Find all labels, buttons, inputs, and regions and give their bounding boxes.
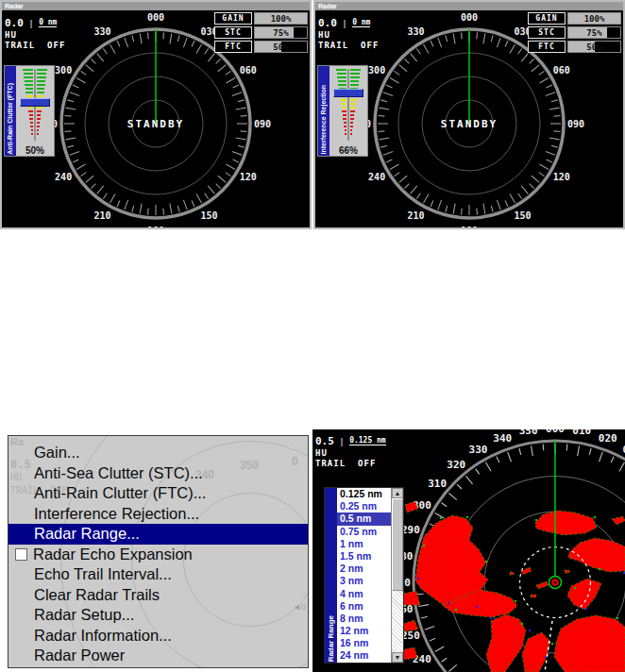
bearing-label: 300 bbox=[55, 65, 72, 76]
meter-bar[interactable]: 75% bbox=[254, 26, 308, 39]
range-option-24-nm[interactable]: 24 nm bbox=[337, 649, 391, 662]
echo-returns bbox=[399, 501, 625, 672]
menu-item-radar-range[interactable]: Radar Range... bbox=[8, 524, 308, 545]
range-option-3-nm[interactable]: 3 nm bbox=[337, 575, 391, 587]
range-option-6-nm[interactable]: 6 nm bbox=[337, 600, 391, 613]
bearing-label: 320 bbox=[447, 459, 465, 471]
standby-label: STANDBY bbox=[441, 118, 498, 130]
radar-menu: Ra0.5HUTRAIL OFF3403500◄0 Gain...Anti-Se… bbox=[8, 435, 309, 668]
status-trail-label: TRAIL bbox=[5, 41, 35, 50]
menu-item-list: Gain...Anti-Sea Clutter (STC)...Anti-Rai… bbox=[8, 436, 308, 666]
radar-window-ftc: Radar 0000300600901201501802102402703003… bbox=[0, 0, 312, 229]
meter-label: GAIN bbox=[528, 12, 566, 25]
scroll-down-icon[interactable]: ▼ bbox=[392, 652, 403, 663]
meter-bar[interactable]: 50% bbox=[254, 41, 308, 53]
bearing-label: 120 bbox=[240, 172, 257, 182]
range-option-0-75-nm[interactable]: 0.75 nm bbox=[337, 526, 391, 538]
radar-range-listbox: Radar Range 0.125 nm0.25 nm0.5 nm0.75 nm… bbox=[324, 487, 404, 664]
meter-row-ftc: FTC50% bbox=[214, 41, 308, 53]
range-option-8-nm[interactable]: 8 nm bbox=[337, 613, 391, 625]
bearing-label: 090 bbox=[254, 119, 271, 129]
menu-item-echo-trail-interval[interactable]: Echo Trail Interval... bbox=[8, 564, 308, 585]
meter-label: GAIN bbox=[214, 12, 252, 25]
menu-item-radar-power[interactable]: Radar Power bbox=[8, 646, 308, 666]
scrollbar-track[interactable] bbox=[392, 591, 403, 652]
status-trail-label: TRAIL bbox=[318, 41, 348, 50]
slider-handle[interactable] bbox=[20, 98, 50, 107]
status-trail-label: TRAIL bbox=[315, 459, 346, 468]
radar-status: 0.0 | 0 nm HU TRAILOFF bbox=[5, 12, 65, 51]
status-trail-value: OFF bbox=[358, 459, 376, 468]
menu-item-radar-information[interactable]: Radar Information... bbox=[8, 626, 308, 647]
meter-value: 50% bbox=[568, 42, 620, 52]
scroll-up-icon[interactable]: ▲ bbox=[392, 488, 403, 498]
range-option-1-5-nm[interactable]: 1.5 nm bbox=[337, 550, 391, 563]
range-option-0-5-nm[interactable]: 0.5 nm bbox=[337, 512, 391, 525]
menu-item-label: Radar Power bbox=[34, 647, 125, 664]
slider-body[interactable]: 50% bbox=[16, 66, 54, 156]
range-option-2-nm[interactable]: 2 nm bbox=[337, 563, 391, 575]
window-titlebar[interactable]: Radar bbox=[315, 2, 623, 10]
menu-item-radar-echo-expansion[interactable]: Radar Echo Expansion bbox=[8, 545, 308, 565]
slider-handle[interactable] bbox=[333, 89, 363, 97]
menu-item-clear-radar-trails[interactable]: Clear Radar Trails bbox=[8, 585, 308, 606]
status-range-units: 0 nm bbox=[39, 18, 57, 27]
menu-item-anti-sea-clutter-stc[interactable]: Anti-Sea Clutter (STC)... bbox=[8, 463, 308, 484]
status-range-units: 0.125 nm bbox=[349, 436, 386, 445]
gain-stc-ftc-meters: GAIN100%STC75%FTC50% bbox=[214, 12, 308, 53]
window-titlebar[interactable]: Radar bbox=[2, 2, 310, 10]
status-mode: HU bbox=[5, 30, 65, 41]
standby-label: STANDBY bbox=[127, 118, 184, 130]
bearing-label: 060 bbox=[553, 65, 570, 76]
slider-value: 50% bbox=[16, 145, 54, 156]
menu-item-label: Anti-Rain Clutter (FTC)... bbox=[34, 484, 206, 502]
menu-item-label: Radar Information... bbox=[34, 627, 172, 645]
radar-display: 000030060090120150180210240270300330STAN… bbox=[2, 10, 310, 227]
radar-status: 0.0 | 0 nm HU TRAILOFF bbox=[318, 12, 379, 51]
meter-bar[interactable]: 100% bbox=[567, 12, 621, 25]
anti-rain-clutter-slider[interactable]: Anti-Rain Clutter (FTC) 50% bbox=[4, 65, 55, 157]
window-title: Radar bbox=[318, 3, 337, 9]
menu-item-label: Anti-Sea Clutter (STC)... bbox=[34, 464, 203, 482]
range-option-0-25-nm[interactable]: 0.25 nm bbox=[337, 500, 391, 512]
menu-item-interference-rejection[interactable]: Interference Rejection... bbox=[8, 504, 308, 525]
menu-item-radar-setup[interactable]: Radar Setup... bbox=[8, 605, 308, 626]
meter-value: 75% bbox=[568, 27, 620, 38]
slider-body[interactable]: 66% bbox=[329, 66, 367, 156]
meter-value: 50% bbox=[255, 42, 307, 52]
bearing-label: 240 bbox=[55, 172, 72, 182]
menu-item-label: Radar Setup... bbox=[34, 606, 134, 624]
range-option-1-nm[interactable]: 1 nm bbox=[337, 538, 391, 550]
bearing-label: 000 bbox=[461, 12, 478, 23]
range-list-label: Radar Range bbox=[326, 615, 336, 662]
range-option-4-nm[interactable]: 4 nm bbox=[337, 588, 391, 600]
range-option-12-nm[interactable]: 12 nm bbox=[337, 625, 391, 637]
bearing-label: 240 bbox=[368, 172, 385, 182]
range-list-scrollbar[interactable]: ▲ ▼ bbox=[391, 488, 403, 663]
range-option-0-125-nm[interactable]: 0.125 nm bbox=[337, 488, 391, 500]
checkbox-icon[interactable] bbox=[15, 548, 27, 561]
bearing-label: 350 bbox=[519, 429, 538, 437]
radar-display: 000030060090120150180210240270300330STAN… bbox=[315, 10, 623, 227]
bearing-label: 330 bbox=[469, 444, 488, 456]
menu-item-anti-rain-clutter-ftc[interactable]: Anti-Rain Clutter (FTC)... bbox=[8, 483, 308, 504]
range-option-16-nm[interactable]: 16 nm bbox=[337, 637, 391, 649]
bearing-label: 300 bbox=[368, 65, 385, 76]
menu-item-gain[interactable]: Gain... bbox=[8, 443, 308, 463]
meter-row-ftc: FTC50% bbox=[528, 41, 621, 53]
menu-item-label: Echo Trail Interval... bbox=[34, 565, 172, 583]
gain-stc-ftc-meters: GAIN100%STC75%FTC50% bbox=[528, 12, 621, 53]
range-option-list: 0.125 nm0.25 nm0.5 nm0.75 nm1 nm1.5 nm2 … bbox=[337, 488, 391, 663]
slider-label-strip: Interference Rejection bbox=[318, 66, 329, 156]
meter-bar[interactable]: 75% bbox=[567, 26, 621, 39]
meter-row-gain: GAIN100% bbox=[214, 12, 308, 25]
menu-item-label: Radar Echo Expansion bbox=[33, 546, 193, 563]
meter-bar[interactable]: 100% bbox=[254, 12, 308, 25]
menu-item-label: Radar Range... bbox=[34, 525, 140, 543]
meter-bar[interactable]: 50% bbox=[567, 41, 621, 53]
scrollbar-thumb[interactable] bbox=[392, 498, 403, 591]
menu-item-label: Gain... bbox=[34, 444, 80, 462]
menu-item-label: Interference Rejection... bbox=[34, 505, 199, 523]
meter-row-gain: GAIN100% bbox=[528, 12, 621, 25]
interference-rejection-slider[interactable]: Interference Rejection 66% bbox=[317, 65, 368, 157]
